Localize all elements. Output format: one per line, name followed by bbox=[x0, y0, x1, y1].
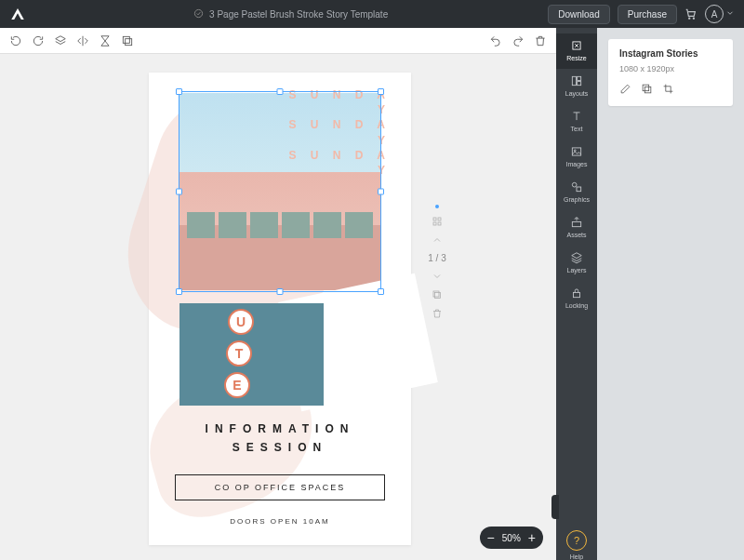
svg-rect-9 bbox=[435, 293, 441, 299]
selection-bounding-box[interactable] bbox=[179, 91, 381, 292]
purchase-button[interactable]: Purchase bbox=[618, 5, 677, 24]
undo-icon[interactable] bbox=[489, 34, 502, 47]
chevron-up-icon[interactable] bbox=[432, 234, 443, 246]
document-title-text: 3 Page Pastel Brush Stroke Story Templat… bbox=[209, 9, 388, 20]
rail-tab-resize[interactable]: Resize bbox=[556, 33, 597, 69]
copy-icon[interactable] bbox=[641, 83, 653, 95]
resize-handle-ne[interactable] bbox=[378, 88, 384, 95]
flip-vertical-icon[interactable] bbox=[99, 34, 112, 47]
text-icon bbox=[570, 110, 583, 123]
zoom-control[interactable]: − 50% + bbox=[480, 527, 543, 549]
chevron-down-icon[interactable] bbox=[432, 271, 443, 282]
svg-rect-7 bbox=[433, 222, 436, 225]
download-button[interactable]: Download bbox=[548, 5, 609, 24]
cart-icon[interactable] bbox=[684, 7, 698, 20]
svg-rect-18 bbox=[577, 187, 581, 192]
assets-icon bbox=[570, 216, 583, 229]
svg-rect-19 bbox=[572, 221, 580, 226]
rail-tab-graphics[interactable]: Graphics bbox=[556, 175, 597, 210]
layers-icon bbox=[570, 251, 583, 264]
svg-rect-5 bbox=[433, 218, 436, 220]
resize-handle-nw[interactable] bbox=[176, 88, 182, 95]
resize-handle-se[interactable] bbox=[378, 288, 384, 295]
graphics-icon bbox=[570, 180, 583, 193]
caption-text[interactable]: DOORS OPEN 10AM bbox=[149, 517, 411, 526]
svg-rect-12 bbox=[572, 76, 576, 85]
preset-dimensions: 1080 x 1920px bbox=[619, 64, 722, 73]
panel-collapse-handle[interactable] bbox=[551, 495, 559, 519]
subheading-box[interactable]: CO OP OFFICE SPACES bbox=[175, 474, 385, 500]
help-button[interactable]: ? bbox=[566, 530, 587, 551]
resize-handle-e[interactable] bbox=[378, 189, 384, 195]
rotate-right-icon[interactable] bbox=[32, 34, 45, 47]
app-header: 3 Page Pastel Brush Stroke Story Templat… bbox=[0, 0, 744, 28]
trash-icon[interactable] bbox=[534, 34, 547, 47]
resize-icon bbox=[570, 39, 583, 52]
delete-page-icon[interactable] bbox=[432, 308, 443, 319]
svg-rect-10 bbox=[433, 291, 439, 297]
duplicate-icon[interactable] bbox=[121, 34, 134, 47]
svg-point-1 bbox=[689, 18, 690, 19]
help-label: Help bbox=[570, 553, 583, 560]
resize-handle-n[interactable] bbox=[277, 88, 284, 95]
chevron-down-icon bbox=[725, 8, 735, 20]
avatar: A bbox=[705, 5, 724, 23]
svg-rect-8 bbox=[438, 222, 441, 225]
zoom-in-button[interactable]: + bbox=[528, 531, 536, 544]
app-logo-icon[interactable] bbox=[9, 6, 26, 22]
zoom-value: 50% bbox=[502, 533, 521, 543]
zoom-out-button[interactable]: − bbox=[487, 531, 495, 544]
flip-horizontal-icon[interactable] bbox=[76, 34, 89, 47]
rail-tab-locking[interactable]: Locking bbox=[556, 281, 597, 316]
rail-tab-images[interactable]: Images bbox=[556, 140, 597, 175]
svg-rect-20 bbox=[574, 292, 580, 297]
rotate-left-icon[interactable] bbox=[9, 34, 22, 47]
artboard-page-1[interactable]: S U N D A Y S U N D A Y S U N D A Y U T … bbox=[149, 73, 411, 545]
layouts-icon bbox=[570, 74, 583, 87]
headline-text[interactable]: INFORMATION SESSION bbox=[149, 422, 411, 454]
rail-tab-layouts[interactable]: Layouts bbox=[556, 69, 597, 104]
svg-point-2 bbox=[693, 18, 694, 19]
secondary-image-sign[interactable]: U T E bbox=[179, 303, 324, 406]
page-indicator-dot bbox=[435, 205, 439, 208]
resize-handle-sw[interactable] bbox=[176, 288, 182, 295]
edit-icon[interactable] bbox=[619, 83, 631, 95]
resize-panel: Instagram Stories 1080 x 1920px bbox=[597, 28, 744, 560]
grid-icon[interactable] bbox=[432, 216, 443, 227]
svg-rect-4 bbox=[123, 36, 129, 43]
resize-preset-card[interactable]: Instagram Stories 1080 x 1920px bbox=[608, 39, 733, 106]
rail-tab-text[interactable]: Text bbox=[556, 104, 597, 140]
rail-tab-assets[interactable]: Assets bbox=[556, 210, 597, 246]
svg-rect-13 bbox=[578, 76, 581, 80]
canvas-area[interactable]: S U N D A Y S U N D A Y S U N D A Y U T … bbox=[0, 28, 556, 560]
layers-icon[interactable] bbox=[54, 34, 67, 47]
saved-check-icon bbox=[193, 8, 204, 20]
svg-rect-14 bbox=[578, 82, 581, 86]
right-tool-rail: Resize Layouts Text Images Graphics Asse… bbox=[556, 28, 597, 560]
svg-rect-22 bbox=[643, 85, 649, 91]
canvas-toolbar bbox=[0, 28, 556, 54]
page-navigator: 1 / 3 bbox=[423, 205, 451, 319]
preset-title: Instagram Stories bbox=[619, 48, 722, 59]
page-counter: 1 / 3 bbox=[428, 253, 445, 263]
account-menu[interactable]: A bbox=[705, 5, 735, 23]
lock-icon bbox=[570, 287, 583, 300]
crop-icon[interactable] bbox=[662, 83, 674, 95]
document-title: 3 Page Pastel Brush Stroke Story Templat… bbox=[33, 8, 548, 20]
resize-handle-s[interactable] bbox=[277, 288, 284, 295]
svg-point-0 bbox=[194, 9, 202, 17]
svg-rect-15 bbox=[572, 148, 580, 155]
svg-rect-21 bbox=[644, 87, 651, 93]
resize-handle-w[interactable] bbox=[176, 189, 182, 195]
svg-rect-6 bbox=[438, 218, 441, 220]
rail-tab-layers[interactable]: Layers bbox=[556, 246, 597, 281]
svg-point-17 bbox=[572, 182, 577, 187]
redo-icon[interactable] bbox=[512, 34, 525, 47]
svg-rect-3 bbox=[126, 38, 132, 45]
duplicate-page-icon[interactable] bbox=[432, 289, 443, 300]
images-icon bbox=[570, 145, 583, 158]
